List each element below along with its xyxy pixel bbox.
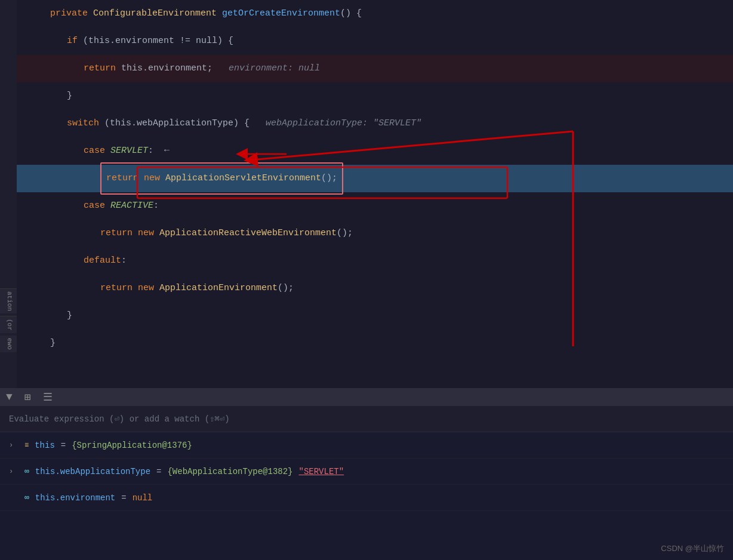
variables-list: ›≡this = {SpringApplication@1376}›∞this.… <box>0 432 733 560</box>
watermark: CSDN @半山惊竹 <box>661 543 724 554</box>
infinity-icon: ∞ <box>24 493 29 502</box>
eval-bar[interactable]: Evaluate expression (⏎) or add a watch (… <box>0 406 733 432</box>
sidebar-label-2: (or <box>0 316 17 333</box>
debug-var-row-1[interactable]: ›≡this = {SpringApplication@1376} <box>0 432 733 459</box>
var-name: this.environment <box>35 493 115 503</box>
var-value: {SpringApplication@1376} <box>72 441 192 450</box>
var-name: this.webApplicationType <box>35 467 150 476</box>
code-line-11: return new ApplicationEnvironment(); <box>17 275 733 302</box>
code-line-5: switch (this.webApplicationType) { webAp… <box>17 110 733 137</box>
code-line-3: return this.environment; environment: nu… <box>17 55 733 82</box>
var-value-extra: "SERVLET" <box>299 467 344 476</box>
code-line-4: } <box>17 82 733 110</box>
var-name: this <box>35 441 55 450</box>
sidebar-label-3: ewo <box>0 336 17 352</box>
code-line-6: case SERVLET: ← <box>17 137 733 165</box>
list-icon[interactable]: ☰ <box>43 390 53 404</box>
code-editor: private ConfigurableEnvironment getOrCre… <box>0 0 733 388</box>
expand-icon[interactable]: › <box>9 467 19 476</box>
debug-panel: Evaluate expression (⏎) or add a watch (… <box>0 406 733 560</box>
code-line-8: case REACTIVE: <box>17 192 733 220</box>
table-icon[interactable]: ⊞ <box>24 390 31 404</box>
left-sidebar: ation (or ewo <box>0 0 17 388</box>
var-equals: = <box>121 493 126 503</box>
code-line-2: if (this.environment != null) { <box>17 27 733 55</box>
code-line-7: return new ApplicationServletEnvironment… <box>17 165 733 192</box>
stack-icon: ≡ <box>24 441 29 450</box>
eval-placeholder: Evaluate expression (⏎) or add a watch (… <box>9 414 230 424</box>
code-line-10: default: <box>17 247 733 275</box>
code-line-1: private ConfigurableEnvironment getOrCre… <box>17 0 733 27</box>
infinity-icon: ∞ <box>24 467 29 476</box>
debug-var-row-3[interactable]: ∞this.environment = null <box>0 485 733 511</box>
panel-separator: ▼ ⊞ ☰ <box>0 388 733 406</box>
var-equals: = <box>61 441 66 450</box>
debug-var-row-2[interactable]: ›∞this.webApplicationType = {WebApplicat… <box>0 459 733 485</box>
var-value: null <box>133 493 153 503</box>
code-line-13: } <box>17 330 733 357</box>
expand-icon[interactable]: › <box>9 441 19 450</box>
code-line-9: return new ApplicationReactiveWebEnviron… <box>17 220 733 247</box>
var-value: {WebApplicationType@1382} <box>167 467 292 476</box>
var-equals: = <box>156 467 161 476</box>
code-line-12: } <box>17 302 733 330</box>
sidebar-label-1: ation <box>0 288 17 313</box>
panel-toggle-icon[interactable]: ▼ <box>6 391 13 403</box>
